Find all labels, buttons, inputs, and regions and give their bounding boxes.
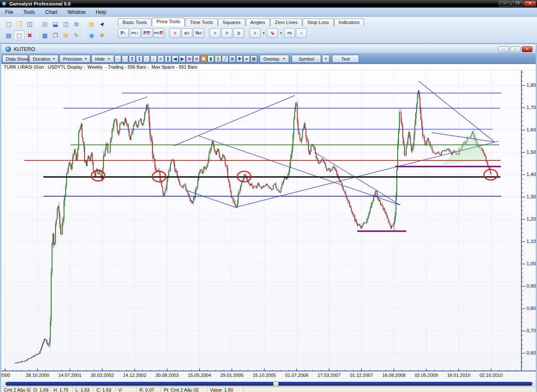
menu-item-window[interactable]: Window	[63, 8, 91, 16]
declining-lines-icon[interactable]: ≥	[233, 28, 244, 38]
user-icon[interactable]: ☻	[243, 55, 250, 62]
open-folder-icon[interactable]: ❒	[14, 19, 24, 29]
crosshair-icon[interactable]: ✚	[236, 55, 243, 62]
tab-stop-loss[interactable]: Stop Loss	[303, 19, 333, 26]
ohlc-style-icon[interactable]: ╫	[215, 55, 221, 62]
tab-basic-tools[interactable]: Basic Tools	[118, 19, 152, 26]
chart-window-title: KUTERO	[14, 46, 35, 52]
pointer-icon[interactable]: ➤	[97, 19, 107, 29]
expand-bars-icon[interactable]: ←→	[122, 55, 128, 62]
close-button[interactable]: ✕	[524, 1, 536, 7]
chart-area[interactable]: 1,801,701,601,501,401,301,201,101,000,90…	[1, 70, 536, 387]
page-right-icon[interactable]: ▶	[179, 55, 186, 62]
levels-scaled-icon[interactable]: s≡	[181, 28, 192, 38]
vertical-grid-icon[interactable]: ∥	[165, 55, 171, 62]
stacked-lines-icon[interactable]: ≣	[229, 55, 236, 62]
menu-item-file[interactable]: File	[0, 8, 18, 16]
horizontal-grid-icon[interactable]: ≡	[157, 55, 164, 62]
precision-button[interactable]: Precision▼	[59, 55, 90, 63]
stamp-icon[interactable]: ❖	[97, 30, 107, 40]
film-strip-icon[interactable]: ▦	[40, 30, 50, 40]
shift-up-icon[interactable]: ↑	[143, 55, 150, 62]
chart-minimize-button[interactable]: —	[498, 46, 509, 52]
new-file-icon[interactable]: ▢	[3, 19, 14, 29]
symbol-button-dropdown[interactable]: ▼	[322, 55, 330, 63]
tab-indicators[interactable]: Indicators	[334, 19, 364, 26]
tab-time-tools[interactable]: Time Tools	[185, 19, 218, 26]
candlestick-style-icon[interactable]: ▮	[207, 55, 214, 62]
hide-button[interactable]: Hide▼	[91, 55, 114, 63]
split-horizontal-icon[interactable]: ⬓	[50, 19, 61, 29]
price-double-up-icon[interactable]: P⇈	[141, 28, 152, 38]
chart-close-button[interactable]: ✕	[522, 46, 532, 52]
compress-bars-icon[interactable]: →←	[114, 55, 121, 62]
lock-icon[interactable]: ◍	[86, 19, 97, 29]
levels-icon[interactable]: ≡	[170, 28, 181, 38]
save-icon[interactable]: ◫	[24, 19, 35, 29]
scale-top-icon[interactable]: ↥	[129, 55, 136, 62]
close-chart-icon[interactable]: ✖	[200, 55, 207, 62]
price-chart[interactable]	[1, 70, 536, 381]
fs-arc-icon[interactable]: FS	[284, 28, 295, 38]
parallel-lines-icon[interactable]: //	[210, 28, 221, 38]
menu-item-chart[interactable]: Chart	[40, 8, 62, 16]
line-style-icon[interactable]: ╱	[222, 55, 229, 62]
toolbar-separator	[84, 20, 84, 28]
converging-lines-icon[interactable]: >	[221, 28, 232, 38]
price-percent-double-up-icon[interactable]: P%⇈	[153, 28, 164, 38]
fan-lines-icon[interactable]: //	[250, 28, 261, 38]
page-left-icon[interactable]: ◀	[172, 55, 178, 62]
select-region-icon[interactable]: ▢	[14, 30, 24, 40]
data-show-button[interactable]: Data Show	[2, 55, 28, 63]
tab-price-tools[interactable]: Price Tools	[152, 18, 185, 26]
status-field: C: 1.63	[94, 387, 116, 392]
toolbar-separator	[37, 31, 37, 40]
tool-tabs-block: Basic ToolsPrice ToolsTime ToolsSquaresA…	[118, 17, 537, 43]
scale-bottom-icon[interactable]: ↧	[136, 55, 143, 62]
restore-button[interactable]: ❐	[511, 1, 524, 7]
new-window-icon[interactable]: ⧉	[71, 19, 82, 29]
levels-percent-icon[interactable]: %≡	[193, 28, 204, 38]
tab-squares[interactable]: Squares	[218, 19, 245, 26]
shift-down-icon[interactable]: ↓	[150, 55, 157, 62]
zoom-in-icon[interactable]: ⊕	[186, 55, 193, 62]
status-field: Cmt 2 Ağu 02	[1, 387, 31, 392]
tab-angles[interactable]: Angles	[246, 19, 270, 26]
print-icon[interactable]: ▤	[40, 19, 50, 29]
toolbar-separator	[37, 20, 37, 28]
ruler-pencil-icon[interactable]: ✎	[71, 30, 82, 40]
tab-zero-lines[interactable]: Zero Lines	[270, 19, 302, 26]
calendar-icon[interactable]: ▦	[250, 55, 257, 62]
overlay-button[interactable]: Overlay▼	[260, 55, 289, 63]
symbol-button[interactable]: Symbol	[292, 55, 321, 63]
globe-icon[interactable]: ◉	[86, 30, 97, 40]
menu-item-help[interactable]: Help	[90, 8, 111, 16]
zoom-out-icon[interactable]: ⊖	[193, 55, 200, 62]
status-field: O: 1.69	[31, 387, 51, 392]
text-button[interactable]: Text	[332, 55, 359, 63]
split-vertical-icon[interactable]: ◫	[61, 19, 71, 29]
minimize-button[interactable]: –	[499, 1, 511, 7]
delete-icon[interactable]: ✖	[24, 30, 35, 40]
chart-window-icon	[5, 46, 11, 52]
title-bar: Gannalyst Professional 5.0 –❐✕	[0, 0, 537, 8]
status-field: Pt: Cmt 2 Ağu 02	[161, 387, 207, 392]
menu-item-tools[interactable]: Tools	[18, 8, 40, 16]
spreadsheet-icon[interactable]: ⊞	[61, 30, 71, 40]
export-book-icon[interactable]: ❐	[50, 30, 61, 40]
chart-restore-button[interactable]: ▫	[510, 46, 521, 52]
duration-button[interactable]: Duration▼	[29, 55, 58, 63]
price-percent-up-icon[interactable]: P%↑	[130, 28, 141, 38]
application-window: Gannalyst Professional 5.0 –❐✕ FileTools…	[0, 0, 537, 392]
ellipse-tool-icon[interactable]: ○	[296, 28, 307, 38]
file-toolbar: ▢❒◫▤⬓◫⧉◍➤ ▤▢✖▦❐⊞✎◉❖	[0, 17, 118, 43]
toolbar-separator	[167, 29, 167, 37]
menu-bar: FileToolsChartWindowHelp	[0, 8, 537, 17]
app-icon	[2, 1, 7, 6]
fan-left-icon[interactable]: ⇘	[267, 28, 278, 38]
data-window-icon[interactable]: ▤	[3, 30, 14, 40]
price-up-icon[interactable]: P↑	[118, 28, 129, 38]
dropdown-arrow-icon[interactable]: ▾	[279, 28, 283, 38]
dropdown-arrow-icon[interactable]: ▾	[261, 28, 266, 38]
chart-scrollbar[interactable]	[5, 382, 532, 386]
